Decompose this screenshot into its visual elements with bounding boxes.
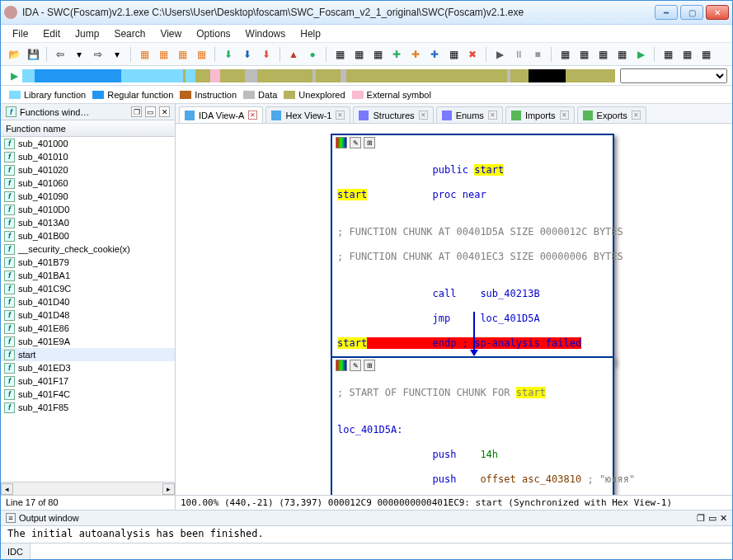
segment2-icon[interactable]: ▦ xyxy=(155,46,172,63)
function-row[interactable]: fsub_401010 xyxy=(1,150,175,163)
pane-close-icon[interactable]: ✕ xyxy=(159,106,170,117)
navmap-play-icon[interactable]: ▶ xyxy=(6,68,22,84)
menu-search[interactable]: Search xyxy=(107,26,152,41)
struct-icon[interactable]: ▦ xyxy=(369,46,386,63)
output-restore-icon[interactable]: ▭ xyxy=(708,513,717,524)
dbg-stop-icon[interactable]: ■ xyxy=(529,46,546,63)
maximize-button[interactable]: ▢ xyxy=(680,5,703,20)
idc-label[interactable]: IDC xyxy=(1,544,31,559)
graph-color-icon[interactable] xyxy=(336,137,347,148)
circle-red-icon[interactable]: ▲ xyxy=(285,46,302,63)
tab-close-icon[interactable]: ✕ xyxy=(419,111,428,120)
idc-input[interactable] xyxy=(31,544,732,559)
function-row[interactable]: fsub_401D40 xyxy=(1,295,175,308)
minimize-button[interactable]: ━ xyxy=(655,5,678,20)
function-row[interactable]: fsub_401B79 xyxy=(1,256,175,269)
menu-options[interactable]: Options xyxy=(190,26,237,41)
op4-icon[interactable]: ▦ xyxy=(445,46,462,63)
navigation-map[interactable]: ▶ xyxy=(1,66,732,86)
function-row[interactable]: fsub_401ED3 xyxy=(1,361,175,374)
menu-file[interactable]: File xyxy=(6,26,35,41)
function-row[interactable]: fsub_401000 xyxy=(1,137,175,150)
function-row[interactable]: fsub_401F17 xyxy=(1,374,175,388)
tab-close-icon[interactable]: ✕ xyxy=(632,111,641,120)
segment3-icon[interactable]: ▦ xyxy=(174,46,190,63)
function-row[interactable]: fsub_4013A0 xyxy=(1,216,175,229)
function-row[interactable]: fsub_401F85 xyxy=(1,401,175,414)
function-row[interactable]: fstart xyxy=(1,348,175,361)
scroll-right-icon[interactable]: ▸ xyxy=(162,483,175,495)
search-imm-icon[interactable]: ⬇ xyxy=(258,46,275,63)
function-row[interactable]: fsub_401060 xyxy=(1,176,175,190)
copy-icon[interactable]: ❐ xyxy=(131,106,142,117)
scroll-left-icon[interactable]: ◂ xyxy=(1,483,13,495)
nav-back-icon[interactable]: ⇦ xyxy=(52,46,68,63)
output-pane-header[interactable]: ≡ Output window ❐ ▭ ✕ xyxy=(1,510,732,526)
data-icon[interactable]: ▦ xyxy=(350,46,367,63)
graph-view[interactable]: ✎ ⊞ public start start proc near ; FUNCT… xyxy=(176,124,732,495)
graph-frame-icon[interactable]: ✎ xyxy=(350,360,361,371)
tab-hex-view-1[interactable]: Hex View-1✕ xyxy=(265,106,350,123)
undefine-icon[interactable]: ✖ xyxy=(464,46,481,63)
tab-imports[interactable]: Imports✕ xyxy=(505,106,575,123)
graph-frame-icon[interactable]: ✎ xyxy=(350,137,361,148)
functions-col-header[interactable]: Function name xyxy=(1,120,175,137)
graph-node-loc_401D5A[interactable]: ✎ ⊞ ; START OF FUNCTION CHUNK FOR start … xyxy=(331,356,614,495)
circle-green-icon[interactable]: ● xyxy=(304,46,321,63)
step4-icon[interactable]: ▦ xyxy=(613,46,630,63)
output-text[interactable]: The initial autoanalysis has been finish… xyxy=(1,526,732,543)
nav-fwd-icon[interactable]: ⇨ xyxy=(90,46,106,63)
step5-icon[interactable]: ▶ xyxy=(632,46,649,63)
tab-exports[interactable]: Exports✕ xyxy=(577,106,646,123)
tab-structures[interactable]: Structures✕ xyxy=(353,106,433,123)
function-row[interactable]: fsub_401090 xyxy=(1,190,175,203)
restore-icon[interactable]: ▭ xyxy=(145,106,156,117)
output-toggle-icon[interactable]: ≡ xyxy=(6,513,16,523)
tab-close-icon[interactable]: ✕ xyxy=(336,111,345,120)
graph-group-icon[interactable]: ⊞ xyxy=(364,137,375,148)
op1-icon[interactable]: ✚ xyxy=(388,46,405,63)
step2-icon[interactable]: ▦ xyxy=(576,46,592,63)
segment4-icon[interactable]: ▦ xyxy=(193,46,209,63)
search-text-icon[interactable]: ⬇ xyxy=(239,46,256,63)
function-row[interactable]: fsub_401BA1 xyxy=(1,269,175,282)
tab-close-icon[interactable]: ✕ xyxy=(488,111,497,120)
output-close-icon[interactable]: ✕ xyxy=(720,513,727,524)
tab-close-icon[interactable]: ✕ xyxy=(248,111,257,120)
tab-close-icon[interactable]: ✕ xyxy=(560,111,569,120)
navmap-combo[interactable] xyxy=(620,68,727,83)
step3-icon[interactable]: ▦ xyxy=(594,46,611,63)
misc2-icon[interactable]: ▦ xyxy=(679,46,695,63)
nav-back-drop-icon[interactable]: ▾ xyxy=(71,46,87,63)
segment-icon[interactable]: ▦ xyxy=(136,46,153,63)
op3-icon[interactable]: ✚ xyxy=(426,46,443,63)
dbg-run-icon[interactable]: ▶ xyxy=(491,46,508,63)
dbg-pause-icon[interactable]: ⏸ xyxy=(510,46,527,63)
menu-jump[interactable]: Jump xyxy=(68,26,106,41)
function-row[interactable]: fsub_401D48 xyxy=(1,308,175,322)
save-icon[interactable]: 💾 xyxy=(25,46,41,63)
graph-group-icon[interactable]: ⊞ xyxy=(364,360,375,371)
function-row[interactable]: fsub_401C9C xyxy=(1,282,175,295)
functions-pane-header[interactable]: f Functions wind… ❐ ▭ ✕ xyxy=(1,104,175,120)
function-row[interactable]: fsub_401020 xyxy=(1,163,175,176)
open-icon[interactable]: 📂 xyxy=(6,46,22,63)
close-button[interactable]: ✕ xyxy=(706,5,729,20)
menu-view[interactable]: View xyxy=(153,26,188,41)
function-row[interactable]: fsub_401B00 xyxy=(1,229,175,242)
step1-icon[interactable]: ▦ xyxy=(557,46,573,63)
menu-edit[interactable]: Edit xyxy=(36,26,67,41)
functions-hscrollbar[interactable]: ◂ ▸ xyxy=(1,482,175,495)
function-row[interactable]: fsub_401F4C xyxy=(1,388,175,401)
function-row[interactable]: f__security_check_cookie(x) xyxy=(1,242,175,256)
misc3-icon[interactable]: ▦ xyxy=(698,46,714,63)
misc1-icon[interactable]: ▦ xyxy=(660,46,676,63)
menu-windows[interactable]: Windows xyxy=(239,26,293,41)
menu-help[interactable]: Help xyxy=(294,26,327,41)
tab-ida-view-a[interactable]: IDA View-A✕ xyxy=(179,106,263,123)
titlebar[interactable]: IDA - SWC(Foscam)v2.1.exe C:\Users\User\… xyxy=(1,1,732,25)
search-next-icon[interactable]: ⬇ xyxy=(220,46,237,63)
function-row[interactable]: fsub_401E86 xyxy=(1,322,175,335)
nav-fwd-drop-icon[interactable]: ▾ xyxy=(109,46,125,63)
output-copy-icon[interactable]: ❐ xyxy=(697,513,705,524)
